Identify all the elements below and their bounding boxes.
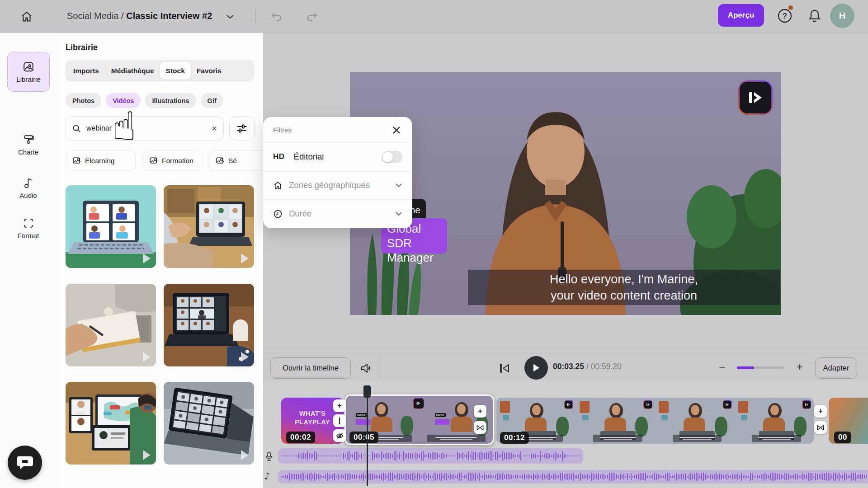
tab-stock[interactable]: Stock [160,62,191,80]
sidebar-item-format[interactable]: Format [0,217,57,239]
zoom-in-button[interactable]: + [797,361,803,372]
search-input[interactable] [85,124,207,133]
transition-icon [476,425,484,431]
editorial-toggle[interactable] [382,151,402,163]
open-timeline-button[interactable]: Ouvrir la timeline [270,357,351,379]
clear-search-icon[interactable]: × [212,123,217,134]
play-button[interactable] [524,356,548,380]
playplay-logo-badge[interactable] [738,80,773,115]
add-screen-button[interactable]: + [474,405,486,418]
sidebar-item-charte[interactable]: Charte [0,134,57,156]
popover-title: Filtres [273,126,292,134]
library-icon [23,61,34,73]
clip-frame: Marine [420,396,493,444]
home-icon [20,10,33,23]
play-icon [143,253,151,263]
clip-frame [576,398,656,444]
video-thumbnail[interactable] [164,284,254,366]
playhead-handle[interactable] [363,385,371,398]
video-thumbnail[interactable] [66,382,156,465]
notebook-writing-photo [66,284,156,366]
skip-back-icon [499,362,510,374]
sidebar [0,33,57,488]
clip-duration-badge: 00:05 [349,432,378,443]
notification-dot [788,5,793,10]
skip-to-start-button[interactable] [497,361,512,375]
cursor-pointer-hand: ☝ [112,107,137,146]
microphone-icon [265,451,273,461]
search-icon [72,124,81,133]
timeline-clip-interview[interactable] [496,398,814,444]
controls-divider [263,354,868,354]
voice-track-button[interactable] [263,450,275,463]
toggle-knob [382,152,393,162]
timeline-zoom-slider[interactable] [737,366,784,369]
avatar[interactable]: H [830,4,854,28]
chip-illustrations[interactable]: Illustrations [145,93,196,108]
video-thumbnail[interactable] [164,382,254,465]
project-title: Classic Interview #2 [126,11,212,21]
fit-button[interactable]: Adapter [815,357,857,379]
laptop-call-photo [164,185,254,268]
music-track-button[interactable]: ♪ [264,471,270,482]
transition-button[interactable] [814,421,827,434]
playplay-logo-badge [413,398,424,409]
add-screen-button[interactable]: + [814,405,827,418]
total-time: 00:59.20 [591,362,622,371]
tab-favoris[interactable]: Favoris [191,62,227,80]
playplay-logo-badge [564,400,573,409]
sidebar-item-audio[interactable]: Audio [0,177,57,199]
play-icon [241,253,249,263]
add-screen-button[interactable]: + [333,399,346,412]
tag-button-seminaire[interactable]: Sé [209,150,268,171]
image-search-icon [149,156,158,165]
search-box[interactable]: × [66,116,224,141]
tag-button-formation[interactable]: Formation [142,150,203,171]
sliders-icon [236,123,247,133]
chat-widget-button[interactable] [8,446,42,480]
preview-button[interactable]: Aperçu [718,4,764,27]
sidebar-item-librairie[interactable]: Librairie [7,52,50,92]
redo-icon [306,11,318,22]
play-icon [241,450,249,460]
project-menu-chevron[interactable] [224,12,236,22]
transition-button[interactable] [474,421,486,434]
playhead-line [367,387,368,486]
eye-off-icon [336,432,344,439]
home-button[interactable] [19,9,34,24]
current-time: 00:03.25 [553,362,584,371]
filter-row-duree[interactable]: Durée [263,199,412,228]
video-thumbnail[interactable] [164,185,254,268]
laptop-grid-call-photo [164,284,254,366]
voice-audio-track[interactable] [278,448,583,464]
filters-button[interactable] [229,116,255,141]
play-icon [143,352,151,362]
close-filters-button[interactable] [389,122,404,138]
hd-badge: HD [273,152,285,161]
subtitle-caption[interactable]: Hello everyone, I'm Marine, your video c… [468,270,780,305]
tag-button-elearning[interactable]: Elearning [66,150,136,171]
speaker-icon [360,362,373,375]
undo-button[interactable] [269,10,284,23]
notifications-button[interactable] [806,7,824,25]
volume-button[interactable] [359,361,375,376]
video-thumbnail[interactable] [66,284,156,366]
webinar-illustration [66,185,156,268]
library-panel: Librairie Imports Médiathèque Stock Favo… [57,33,263,488]
transition-hidden-button[interactable] [333,429,346,442]
chip-gif[interactable]: Gif [201,93,223,108]
chat-bubble-icon [16,455,33,471]
video-editor-app: Social Media / Classic Interview #2 Aper… [0,0,868,488]
chevron-down-icon [226,14,234,19]
image-search-icon [72,156,81,165]
split-button[interactable]: | [333,414,346,427]
chip-photos[interactable]: Photos [66,93,101,108]
video-thumbnail[interactable] [66,185,156,268]
filter-row-editorial: HD Éditorial [263,142,412,171]
zoom-out-button[interactable]: − [719,362,725,373]
music-note-icon: ♪ [264,471,270,482]
tab-mediatheque[interactable]: Médiathèque [105,62,160,80]
tab-imports[interactable]: Imports [67,62,105,80]
filter-row-zones[interactable]: Zones géographiques [263,171,412,199]
redo-button[interactable] [305,10,319,23]
